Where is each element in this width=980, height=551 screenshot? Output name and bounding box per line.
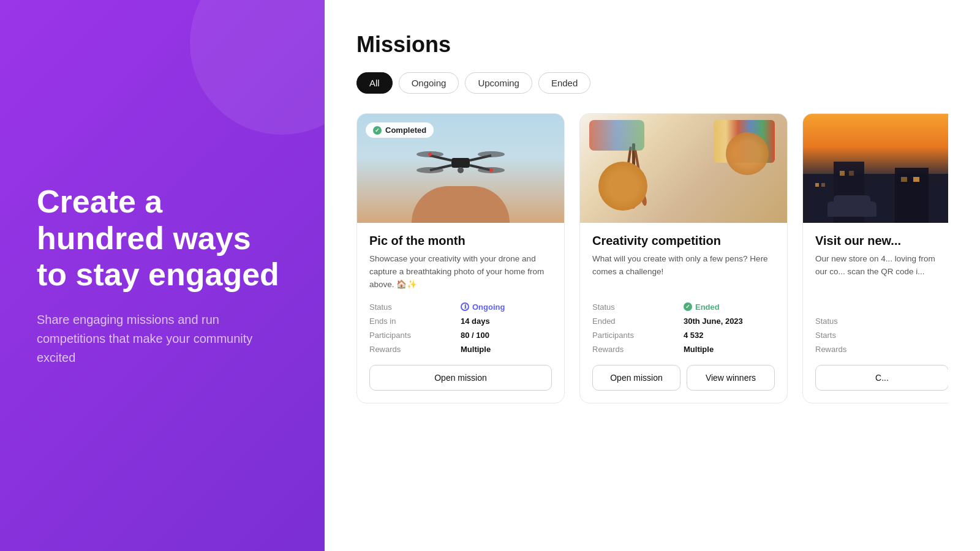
subtext: Share engaging missions and run competit… — [37, 310, 282, 367]
card-actions-3: C... — [815, 365, 948, 391]
city-background — [803, 114, 948, 223]
meta-value-status-2: Ended — [684, 302, 775, 312]
open-mission-button-2[interactable]: Open mission — [592, 365, 680, 391]
filter-all[interactable]: All — [356, 72, 393, 94]
page-title: Missions — [356, 32, 948, 58]
meta-value-rewards-3 — [882, 345, 948, 354]
svg-point-6 — [478, 151, 505, 157]
meta-value-participants-1: 80 / 100 — [461, 331, 552, 340]
card-image-drone: Completed — [357, 114, 564, 223]
svg-rect-21 — [895, 168, 929, 223]
svg-rect-13 — [634, 149, 645, 198]
card-actions-2: Open mission View winners — [592, 365, 775, 391]
card-desc-3: Our new store on 4... loving from our co… — [815, 253, 948, 305]
meta-label-ends-1: Ends in — [369, 317, 461, 326]
palette-circle — [726, 132, 769, 175]
card-desc-2: What will you create with only a few pen… — [592, 253, 775, 291]
open-mission-button-3[interactable]: C... — [815, 365, 948, 391]
meta-label-status-2: Status — [592, 302, 684, 312]
svg-rect-26 — [840, 171, 845, 176]
meta-value-starts-3 — [882, 331, 948, 340]
meta-value-ended-2: 30th June, 2023 — [684, 317, 775, 326]
meta-value-status-1: Ongoing — [461, 302, 552, 312]
meta-label-participants-2: Participants — [592, 331, 684, 340]
headline: Create a hundred ways to stay engaged — [37, 184, 288, 293]
paintbrush-icon — [611, 143, 660, 217]
svg-rect-0 — [451, 158, 470, 168]
card-image-city — [803, 114, 948, 223]
view-winners-button-2[interactable]: View winners — [687, 365, 775, 391]
card-meta-2: Status Ended Ended 30th June, 2023 Parti… — [592, 302, 775, 354]
meta-label-rewards-3: Rewards — [815, 345, 882, 354]
card-title-2: Creativity competition — [592, 234, 775, 248]
card-meta-1: Status Ongoing Ends in 14 days Participa… — [369, 302, 552, 354]
meta-label-rewards-2: Rewards — [592, 345, 684, 354]
left-panel: Create a hundred ways to stay engaged Sh… — [0, 0, 325, 551]
card-title-3: Visit our new... — [815, 234, 948, 248]
watercolor-splash — [589, 120, 644, 151]
svg-rect-22 — [932, 183, 948, 223]
card-desc-1: Showcase your creativity with your drone… — [369, 253, 552, 291]
filter-ended[interactable]: Ended — [538, 72, 590, 94]
card-body-2: Creativity competition What will you cre… — [580, 223, 787, 403]
svg-point-10 — [428, 152, 432, 156]
meta-label-starts-3: Starts — [815, 331, 882, 340]
meta-label-ended-2: Ended — [592, 317, 684, 326]
svg-point-17 — [620, 193, 627, 206]
card-body-3: Visit our new... Our new store on 4... l… — [803, 223, 948, 403]
svg-point-9 — [458, 167, 464, 173]
car-silhouette — [827, 201, 876, 217]
filter-upcoming[interactable]: Upcoming — [465, 72, 532, 94]
open-mission-button-1[interactable]: Open mission — [369, 365, 552, 391]
card-meta-3: Status Starts Rewards — [815, 317, 948, 354]
mission-card-creativity: Creativity competition What will you cre… — [579, 113, 788, 403]
mission-card-pic-of-month: Completed Pic of the month Showcase your… — [356, 113, 565, 403]
completed-badge-icon — [373, 126, 382, 135]
art-background — [580, 114, 787, 223]
cards-row: Completed Pic of the month Showcase your… — [356, 113, 948, 403]
meta-label-status-1: Status — [369, 302, 461, 312]
filter-ongoing[interactable]: Ongoing — [399, 72, 459, 94]
filter-bar: All Ongoing Upcoming Ended — [356, 72, 948, 94]
meta-label-status-3: Status — [815, 317, 882, 326]
svg-point-11 — [489, 168, 493, 172]
status-ongoing-icon — [461, 302, 469, 311]
meta-value-rewards-2: Multiple — [684, 345, 775, 354]
completed-badge-label: Completed — [385, 126, 426, 135]
svg-rect-24 — [815, 183, 819, 187]
card-actions-1: Open mission — [369, 365, 552, 391]
mission-card-store: Visit our new... Our new store on 4... l… — [802, 113, 948, 403]
meta-value-participants-2: 4 532 — [684, 331, 775, 340]
svg-rect-27 — [849, 171, 854, 176]
svg-rect-29 — [913, 177, 919, 182]
status-ended-icon — [684, 302, 692, 311]
card-title-1: Pic of the month — [369, 234, 552, 248]
meta-label-participants-1: Participants — [369, 331, 461, 340]
svg-point-15 — [630, 194, 636, 209]
svg-point-7 — [417, 167, 443, 173]
svg-rect-28 — [901, 177, 907, 182]
right-panel: Missions All Ongoing Upcoming Ended — [325, 0, 980, 551]
svg-rect-25 — [821, 183, 825, 187]
completed-badge: Completed — [366, 122, 434, 138]
meta-value-rewards-1: Multiple — [461, 345, 552, 354]
card-image-art — [580, 114, 787, 223]
meta-value-ends-1: 14 days — [461, 317, 552, 326]
svg-point-16 — [641, 193, 647, 206]
card-body-1: Pic of the month Showcase your creativit… — [357, 223, 564, 403]
meta-value-status-3 — [882, 317, 948, 326]
svg-rect-14 — [622, 146, 632, 198]
meta-label-rewards-1: Rewards — [369, 345, 461, 354]
drone-icon — [405, 138, 516, 187]
